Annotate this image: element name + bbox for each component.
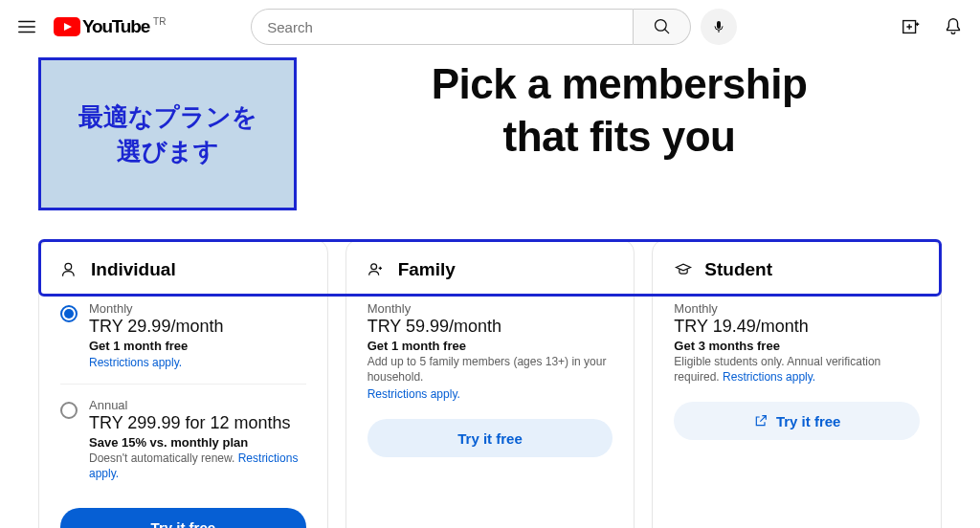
logo-text: YouTube — [82, 16, 149, 37]
price-label: TRY 59.99/month — [368, 317, 613, 337]
student-option: Monthly TRY 19.49/month Get 3 months fre… — [674, 301, 920, 385]
try-free-button-individual[interactable]: Try it free — [60, 508, 306, 528]
desc-label: Add up to 5 family members (ages 13+) in… — [368, 355, 613, 385]
plan-title-student: Student — [704, 259, 772, 280]
plan-student: Student Monthly TRY 19.49/month Get 3 mo… — [652, 239, 942, 528]
price-label: TRY 19.49/month — [674, 317, 920, 337]
notifications-button[interactable] — [942, 15, 965, 38]
radio-annual[interactable] — [60, 402, 78, 419]
callout-box: 最適なプランを 選びます — [38, 57, 297, 210]
graduation-cap-icon — [674, 260, 693, 279]
plan-family: Family Monthly TRY 59.99/month Get 1 mon… — [345, 239, 635, 528]
plan-individual: Individual Monthly TRY 29.99/month Get 1… — [38, 239, 328, 528]
individual-annual-option[interactable]: Annual TRY 299.99 for 12 months Save 15%… — [60, 398, 306, 495]
search-icon — [653, 17, 672, 36]
search-input[interactable] — [251, 9, 634, 45]
hero-line-2: that fits you — [503, 113, 736, 160]
svg-point-4 — [65, 263, 72, 270]
hero-section: 最適なプランを 選びます Pick a membership that fits… — [0, 57, 980, 210]
svg-point-5 — [370, 264, 376, 270]
voice-search-button[interactable] — [701, 9, 737, 45]
microphone-icon — [711, 19, 726, 34]
topbar-actions — [900, 15, 965, 38]
plan-title-individual: Individual — [91, 259, 176, 280]
search-container — [235, 9, 752, 45]
desc-label: Eligible students only. Annual verificat… — [674, 355, 920, 385]
try-free-button-family[interactable]: Try it free — [368, 419, 613, 457]
period-label: Monthly — [674, 301, 920, 316]
svg-rect-2 — [717, 21, 721, 29]
period-label: Annual — [89, 398, 306, 412]
plan-title-family: Family — [398, 259, 456, 280]
create-icon — [901, 16, 922, 37]
radio-monthly[interactable] — [60, 305, 78, 322]
restrictions-link[interactable]: Restrictions apply. — [368, 387, 460, 401]
callout-line-1: 最適なプランを — [78, 102, 257, 131]
create-button[interactable] — [900, 15, 923, 38]
plan-header-student: Student — [674, 259, 920, 280]
cta-label: Try it free — [776, 413, 841, 429]
promo-label: Get 3 months free — [674, 339, 920, 353]
plan-header-family: Family — [368, 259, 613, 280]
family-icon — [368, 260, 387, 279]
callout-line-2: 選びます — [117, 137, 219, 165]
region-label: TR — [153, 16, 166, 27]
open-external-icon — [753, 413, 768, 429]
price-label: TRY 299.99 for 12 months — [89, 413, 306, 433]
menu-icon[interactable] — [15, 15, 38, 38]
try-free-button-student[interactable]: Try it free — [674, 402, 920, 440]
restrictions-link[interactable]: Restrictions apply. — [89, 356, 182, 369]
plans-row: Individual Monthly TRY 29.99/month Get 1… — [0, 210, 980, 528]
price-label: TRY 29.99/month — [89, 317, 306, 337]
period-label: Monthly — [89, 301, 306, 316]
search-button[interactable] — [634, 9, 691, 45]
plan-header-individual: Individual — [60, 259, 306, 280]
promo-label: Get 1 month free — [368, 339, 613, 353]
family-option: Monthly TRY 59.99/month Get 1 month free… — [368, 301, 613, 402]
hero-line-1: Pick a membership — [432, 60, 808, 107]
promo-label: Save 15% vs. monthly plan — [89, 435, 306, 450]
person-icon — [60, 260, 79, 279]
desc-label: Doesn't automatically renew. Restriction… — [89, 451, 306, 481]
restrictions-link[interactable]: Restrictions apply. — [723, 370, 815, 384]
bell-icon — [943, 16, 964, 37]
individual-monthly-option[interactable]: Monthly TRY 29.99/month Get 1 month free… — [60, 301, 306, 385]
period-label: Monthly — [368, 301, 613, 316]
top-bar: YouTube TR — [0, 0, 980, 54]
promo-label: Get 1 month free — [89, 339, 306, 353]
callout-text: 最適なプランを 選びます — [78, 99, 257, 169]
youtube-logo[interactable]: YouTube TR — [54, 16, 162, 37]
page-title: Pick a membership that fits you — [297, 57, 942, 163]
